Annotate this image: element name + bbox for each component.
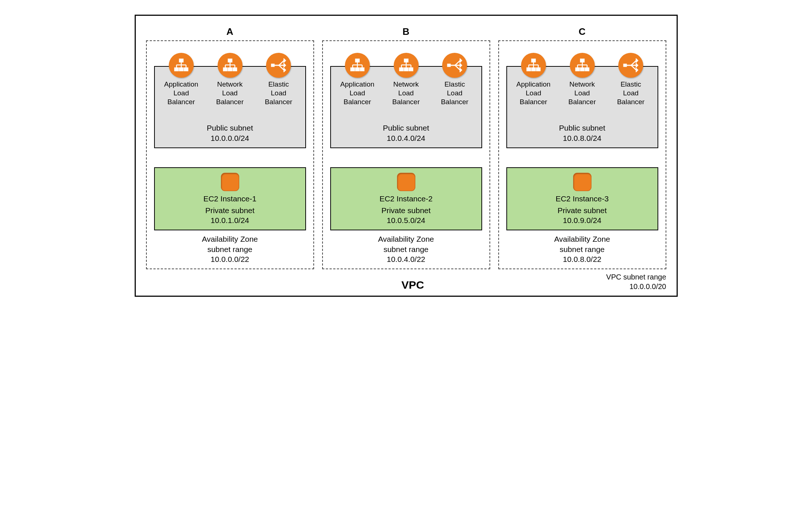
alb-label: ApplicationLoadBalancer: [335, 80, 380, 106]
svg-rect-55: [536, 68, 540, 71]
svg-rect-28: [356, 68, 359, 71]
availability-zone-row: A ApplicationLoadBalancer: [146, 26, 666, 269]
ec2-icon: [397, 173, 415, 191]
elastic-load-balancer: ElasticLoadBalancer: [256, 53, 302, 106]
nlb-icon: [394, 53, 419, 78]
availability-zone-b: B ApplicationLoadBalancer: [322, 26, 490, 269]
alb-icon: [169, 53, 194, 78]
svg-marker-22: [284, 59, 285, 62]
az-subnet-range: Availability Zonesubnet range10.0.0.0/22: [154, 234, 306, 264]
svg-rect-51: [448, 64, 450, 66]
nlb-icon: [570, 53, 595, 78]
svg-rect-35: [404, 59, 408, 62]
public-subnet-box: ApplicationLoadBalancer NetworkLoadBalan…: [154, 66, 306, 148]
svg-rect-25: [272, 64, 274, 66]
public-subnet-caption: Public subnet10.0.0.0/24: [159, 123, 302, 143]
az-subnet-range: Availability Zonesubnet range10.0.4.0/22: [330, 234, 482, 264]
public-subnet-caption: Public subnet10.0.4.0/24: [335, 123, 478, 143]
elb-label: ElasticLoadBalancer: [432, 80, 478, 106]
private-subnet-caption: Private subnet10.0.9.0/24: [511, 205, 654, 226]
svg-line-45: [455, 61, 460, 65]
network-load-balancer: NetworkLoadBalancer: [207, 53, 253, 106]
public-subnet-caption: Public subnet10.0.8.0/24: [511, 123, 654, 143]
svg-marker-24: [284, 69, 285, 72]
vpc-subnet-range: VPC subnet range10.0.0.0/20: [606, 272, 666, 291]
private-subnet-box: EC2 Instance-3 Private subnet10.0.9.0/24: [506, 167, 658, 231]
elb-label: ElasticLoadBalancer: [608, 80, 654, 106]
elastic-load-balancer: ElasticLoadBalancer: [432, 53, 478, 106]
svg-rect-77: [624, 64, 626, 66]
network-load-balancer: NetworkLoadBalancer: [559, 53, 605, 106]
svg-marker-50: [460, 69, 462, 72]
vpc-footer: VPC VPC subnet range10.0.0.0/20: [146, 272, 666, 291]
svg-rect-29: [360, 68, 364, 71]
ec2-label: EC2 Instance-3: [511, 194, 654, 203]
application-load-balancer: ApplicationLoadBalancer: [511, 53, 557, 106]
public-subnet-box: ApplicationLoadBalancer NetworkLoadBalan…: [330, 66, 482, 148]
ec2-icon: [574, 173, 591, 191]
svg-rect-3: [184, 68, 188, 71]
svg-line-73: [631, 65, 636, 70]
availability-zone-c: C ApplicationLoadBalancer: [498, 26, 666, 269]
svg-rect-27: [351, 68, 354, 71]
application-load-balancer: ApplicationLoadBalancer: [159, 53, 204, 106]
elb-icon: [266, 53, 291, 78]
private-subnet-caption: Private subnet10.0.5.0/24: [335, 205, 478, 226]
svg-marker-23: [284, 64, 285, 67]
application-load-balancer: ApplicationLoadBalancer: [335, 53, 380, 106]
zone-letter: B: [322, 26, 490, 37]
alb-label: ApplicationLoadBalancer: [159, 80, 204, 106]
svg-rect-26: [356, 59, 359, 62]
alb-icon: [345, 53, 370, 78]
zone-box: ApplicationLoadBalancer NetworkLoadBalan…: [146, 40, 314, 269]
private-subnet-caption: Private subnet10.0.1.0/24: [159, 205, 302, 226]
elb-icon: [442, 53, 467, 78]
svg-marker-48: [460, 59, 462, 62]
svg-line-21: [279, 65, 284, 70]
zone-letter: C: [498, 26, 666, 37]
svg-rect-12: [233, 68, 237, 71]
svg-rect-62: [576, 68, 579, 71]
svg-rect-36: [400, 68, 403, 71]
nlb-label: NetworkLoadBalancer: [383, 80, 429, 106]
vpc-title: VPC: [146, 279, 607, 291]
private-subnet-box: EC2 Instance-1 Private subnet10.0.1.0/24: [154, 167, 306, 231]
alb-icon: [521, 53, 546, 78]
zone-box: ApplicationLoadBalancer NetworkLoadBalan…: [498, 40, 666, 269]
svg-rect-61: [580, 59, 584, 62]
svg-rect-54: [532, 68, 535, 71]
svg-marker-76: [636, 69, 638, 72]
zone-letter: A: [146, 26, 314, 37]
nlb-icon: [218, 53, 243, 78]
private-subnet-box: EC2 Instance-2 Private subnet10.0.5.0/24: [330, 167, 482, 231]
load-balancer-row: ApplicationLoadBalancer NetworkLoadBalan…: [335, 53, 478, 106]
elastic-load-balancer: ElasticLoadBalancer: [608, 53, 654, 106]
alb-label: ApplicationLoadBalancer: [511, 80, 557, 106]
elb-icon: [618, 53, 643, 78]
svg-rect-2: [179, 68, 183, 71]
svg-line-19: [279, 61, 284, 65]
network-load-balancer: NetworkLoadBalancer: [383, 53, 429, 106]
load-balancer-row: ApplicationLoadBalancer NetworkLoadBalan…: [159, 53, 302, 106]
vpc-container: A ApplicationLoadBalancer: [135, 15, 678, 297]
svg-rect-0: [179, 59, 183, 62]
svg-rect-38: [409, 68, 413, 71]
nlb-label: NetworkLoadBalancer: [207, 80, 253, 106]
ec2-label: EC2 Instance-2: [335, 194, 478, 203]
svg-line-47: [455, 65, 460, 70]
zone-box: ApplicationLoadBalancer NetworkLoadBalan…: [322, 40, 490, 269]
az-subnet-range: Availability Zonesubnet range10.0.8.0/22: [506, 234, 658, 264]
svg-rect-63: [580, 68, 584, 71]
svg-rect-52: [532, 59, 535, 62]
svg-rect-53: [527, 68, 531, 71]
svg-line-71: [631, 61, 636, 65]
ec2-label: EC2 Instance-1: [159, 194, 302, 203]
svg-marker-74: [636, 59, 638, 62]
svg-rect-37: [404, 68, 408, 71]
availability-zone-a: A ApplicationLoadBalancer: [146, 26, 314, 269]
svg-marker-49: [460, 64, 462, 67]
ec2-icon: [221, 173, 239, 191]
svg-rect-9: [228, 59, 232, 62]
elb-label: ElasticLoadBalancer: [256, 80, 302, 106]
svg-marker-75: [636, 64, 638, 67]
